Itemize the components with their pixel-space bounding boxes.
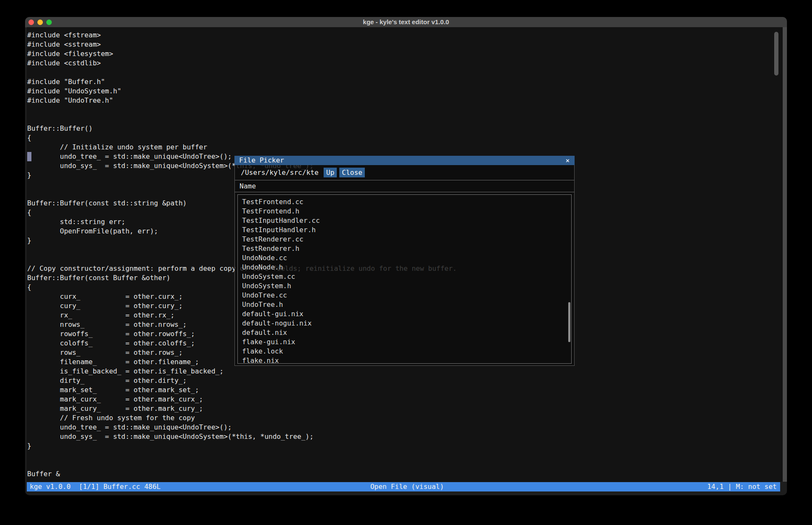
file-list-item[interactable]: UndoSystem.h xyxy=(238,281,571,291)
code-line xyxy=(27,460,457,469)
code-line: #include <cstdlib> xyxy=(27,59,457,68)
app-window: kge - kyle's text editor v1.0.0 #include… xyxy=(25,17,787,495)
dialog-body: /Users/kyle/src/kte Up Close Name TestFr… xyxy=(234,165,575,366)
code-line: #include <sstream> xyxy=(27,40,457,49)
file-list-item[interactable]: default.nix xyxy=(238,328,571,337)
status-cursor-position: 14,1 | M: not set xyxy=(707,482,777,491)
code-line: #include "Buffer.h" xyxy=(27,77,457,87)
code-line: Buffer & xyxy=(27,469,457,479)
screen: kge - kyle's text editor v1.0.0 #include… xyxy=(0,0,812,525)
file-list-item[interactable]: TestRenderer.cc xyxy=(238,235,571,244)
dialog-title: File Picker xyxy=(239,156,284,165)
file-list-item[interactable]: default-gui.nix xyxy=(238,309,571,319)
code-line: undo_tree_ = std::make_unique<UndoTree>(… xyxy=(27,423,457,432)
file-list-item[interactable]: TestRenderer.h xyxy=(238,244,571,253)
file-list-item[interactable]: default-nogui.nix xyxy=(238,319,571,328)
path-row: /Users/kyle/src/kte Up Close xyxy=(235,165,574,180)
file-list-item[interactable]: flake.nix xyxy=(238,356,571,364)
dialog-titlebar[interactable]: File Picker ✕ xyxy=(234,156,575,165)
file-list[interactable]: TestFrontend.ccTestFrontend.hTestInputHa… xyxy=(237,194,572,364)
text-cursor xyxy=(27,152,31,161)
code-line: undo_sys_ = std::make_unique<UndoSystem>… xyxy=(27,432,457,441)
list-header-name: Name xyxy=(240,180,256,192)
code-line: #include "UndoSystem.h" xyxy=(27,87,457,96)
file-list-item[interactable]: UndoNode.h xyxy=(238,263,571,272)
file-list-item[interactable]: UndoTree.cc xyxy=(238,291,571,300)
up-button[interactable]: Up xyxy=(324,168,337,177)
close-button[interactable]: Close xyxy=(339,168,365,177)
code-line: // Initialize undo system per buffer xyxy=(27,143,457,152)
file-list-scrollbar-thumb[interactable] xyxy=(568,302,570,342)
file-list-item[interactable]: UndoTree.h xyxy=(238,300,571,309)
code-line: #include "UndoTree.h" xyxy=(27,96,457,105)
editor-scrollbar-thumb[interactable] xyxy=(774,32,778,76)
current-path: /Users/kyle/src/kte xyxy=(241,168,319,177)
file-list-item[interactable]: UndoNode.cc xyxy=(238,253,571,263)
code-line: #include <fstream> xyxy=(27,31,457,40)
code-line: } xyxy=(27,441,457,451)
code-line xyxy=(27,68,457,77)
window-scroll-gutter[interactable] xyxy=(783,27,787,482)
file-picker-dialog: File Picker ✕ /Users/kyle/src/kte Up Clo… xyxy=(234,156,575,366)
code-line: dirty_ = other.dirty_; xyxy=(27,376,457,385)
divider xyxy=(235,192,574,192)
code-line: Buffer::Buffer() xyxy=(27,124,457,133)
file-list-item[interactable]: TestInputHandler.cc xyxy=(238,216,571,225)
code-line: is_file_backed_ = other.is_file_backed_; xyxy=(27,367,457,376)
code-line: mark_cury_ = other.mark_cury_; xyxy=(27,404,457,413)
status-bar: kge v1.0.0 [1/1] Buffer.cc 486L Open Fil… xyxy=(27,482,780,491)
divider xyxy=(235,180,574,180)
file-list-item[interactable]: flake.lock xyxy=(238,347,571,356)
code-line xyxy=(27,451,457,460)
file-list-item[interactable]: TestInputHandler.h xyxy=(238,225,571,235)
file-list-item[interactable]: UndoSystem.cc xyxy=(238,272,571,281)
code-line xyxy=(27,105,457,115)
file-list-item[interactable]: TestFrontend.h xyxy=(238,207,571,216)
status-file-info: kge v1.0.0 [1/1] Buffer.cc 486L xyxy=(30,482,161,491)
status-mode: Open File (visual) xyxy=(370,482,444,491)
file-list-item[interactable]: TestFrontend.cc xyxy=(238,197,571,207)
code-line xyxy=(27,115,457,124)
code-line: #include <filesystem> xyxy=(27,49,457,59)
code-line: mark_curx_ = other.mark_curx_; xyxy=(27,395,457,404)
window-titlebar[interactable]: kge - kyle's text editor v1.0.0 xyxy=(25,17,787,28)
code-line: // Fresh undo system for the copy xyxy=(27,413,457,423)
code-line: mark_set_ = other.mark_set_; xyxy=(27,385,457,395)
file-list-item[interactable]: flake-gui.nix xyxy=(238,337,571,347)
code-line: { xyxy=(27,133,457,143)
close-icon[interactable]: ✕ xyxy=(566,156,570,165)
window-title: kge - kyle's text editor v1.0.0 xyxy=(25,17,787,27)
